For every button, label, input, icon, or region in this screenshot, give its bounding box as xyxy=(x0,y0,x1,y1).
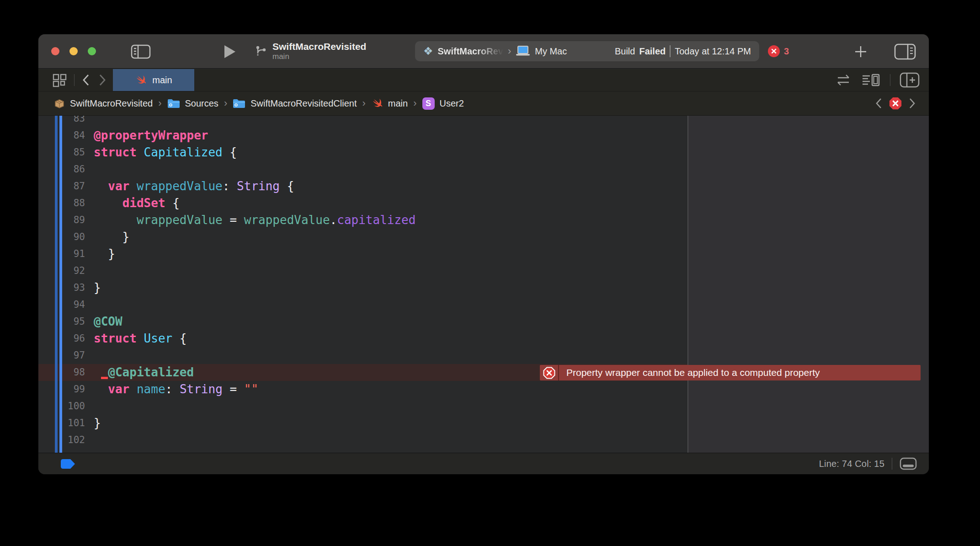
code-line[interactable]: 101} xyxy=(38,415,687,432)
build-status-value: Failed xyxy=(639,46,666,57)
line-col-indicator[interactable]: Line: 74 Col: 15 xyxy=(819,459,884,469)
code-text[interactable]: var wrappedValue: String { xyxy=(94,178,294,195)
play-icon xyxy=(224,45,235,58)
build-time: Today at 12:14 PM xyxy=(675,46,751,57)
minimap-icon[interactable] xyxy=(861,73,881,87)
code-text[interactable]: @Capitalized xyxy=(94,364,194,381)
editor-layout-icon xyxy=(894,43,916,60)
minimize-window-button[interactable] xyxy=(69,47,78,55)
scheme-destination-selector[interactable]: ❖ SwiftMacroRev My Mac Build Failed Toda… xyxy=(415,41,759,61)
scheme-name[interactable]: SwiftMacroRev xyxy=(438,46,503,57)
source-control-change-bar[interactable] xyxy=(59,116,62,453)
code-line[interactable]: 84@propertyWrapper xyxy=(38,127,687,144)
code-text[interactable]: @propertyWrapper xyxy=(94,127,208,144)
code-text[interactable]: } xyxy=(94,229,129,246)
code-text[interactable]: var name: String = "" xyxy=(94,381,258,398)
breadcrumb-item[interactable]: main xyxy=(371,97,408,109)
code-text[interactable]: wrappedValue = wrappedValue.capitalized xyxy=(94,212,415,229)
minimap-pane[interactable] xyxy=(688,116,929,453)
breadcrumb-separator-icon xyxy=(158,97,161,109)
code-line[interactable]: 93} xyxy=(38,279,687,296)
sidebar-toggle-icon xyxy=(131,44,151,59)
previous-issue-button[interactable] xyxy=(874,97,883,110)
editor-options-button[interactable] xyxy=(894,43,916,60)
breadcrumb-separator-icon xyxy=(362,97,366,109)
code-text[interactable]: didSet { xyxy=(94,195,180,212)
activity-status: Build Failed Today at 12:14 PM xyxy=(615,45,751,57)
code-line[interactable]: 95@COW xyxy=(38,313,687,330)
destination-name[interactable]: My Mac xyxy=(535,46,567,57)
close-window-button[interactable] xyxy=(51,47,59,55)
issue-stop-icon[interactable] xyxy=(889,96,902,110)
code-line[interactable]: 86 xyxy=(38,161,687,178)
breadcrumb-label: Sources xyxy=(185,98,218,109)
run-button[interactable] xyxy=(223,45,237,59)
code-line[interactable]: 102 xyxy=(38,432,687,449)
xcode-window: SwiftMacroRevisited main ❖ SwiftMacroRev… xyxy=(38,34,929,474)
breadcrumb-item[interactable]: Sources xyxy=(167,98,218,109)
code-line[interactable]: 88 didSet { xyxy=(38,195,687,212)
build-label: Build xyxy=(615,46,635,57)
error-octagon-icon[interactable] xyxy=(540,365,559,380)
package-icon xyxy=(54,98,65,109)
focus-mode-tag-icon[interactable] xyxy=(61,459,75,469)
swift-file-icon xyxy=(135,74,147,86)
code-line[interactable]: 97 xyxy=(38,347,687,364)
folder-gear-icon xyxy=(167,98,180,109)
jump-bar: SwiftMacroRevisitedSourcesSwiftMacroRevi… xyxy=(38,91,929,116)
related-items-grid-icon[interactable] xyxy=(52,72,68,88)
add-tab-button[interactable] xyxy=(853,44,868,59)
plus-icon xyxy=(854,45,868,59)
code-text[interactable]: @COW xyxy=(94,313,122,330)
source-editor[interactable]: 8384@propertyWrapper85struct Capitalized… xyxy=(38,116,929,453)
tab-label: main xyxy=(152,75,172,86)
code-line[interactable]: 85struct Capitalized { xyxy=(38,144,687,161)
code-line[interactable]: 91 } xyxy=(38,246,687,262)
code-text[interactable]: } xyxy=(94,246,115,262)
issues-indicator[interactable]: ✕ 3 xyxy=(768,45,789,57)
code-text[interactable]: } xyxy=(94,279,101,296)
code-line[interactable]: 100 xyxy=(38,398,687,415)
scheme-app-icon: ❖ xyxy=(423,46,433,57)
code-line[interactable]: 94 xyxy=(38,296,687,313)
inline-error-banner[interactable]: Property wrapper cannot be applied to a … xyxy=(540,365,921,380)
tab-bar: main xyxy=(38,69,929,91)
swap-editors-icon[interactable] xyxy=(835,74,852,86)
code-pane[interactable]: 8384@propertyWrapper85struct Capitalized… xyxy=(38,116,687,453)
window-branch-name: main xyxy=(272,52,366,61)
code-line[interactable]: 87 var wrappedValue: String { xyxy=(38,178,687,195)
source-control-change-bar[interactable] xyxy=(55,116,58,453)
status-bar: Line: 74 Col: 15 xyxy=(38,453,929,474)
breadcrumb-label: SwiftMacroRevisitedClient xyxy=(250,98,357,109)
swift-file-icon xyxy=(371,97,383,109)
toggle-navigator-button[interactable] xyxy=(131,44,151,59)
breadcrumb-label: SwiftMacroRevisited xyxy=(70,98,153,109)
folder-gear-icon xyxy=(233,98,245,109)
code-line[interactable]: 83 xyxy=(38,116,687,127)
breadcrumb-label: User2 xyxy=(440,98,464,109)
go-back-button[interactable] xyxy=(81,73,91,87)
breadcrumb-item[interactable]: SwiftMacroRevisited xyxy=(54,98,153,109)
breadcrumb-item[interactable]: SUser2 xyxy=(422,97,464,110)
code-text[interactable]: } xyxy=(94,415,101,432)
mac-device-icon xyxy=(516,45,530,57)
next-issue-button[interactable] xyxy=(908,97,917,110)
code-line[interactable]: 90 } xyxy=(38,229,687,246)
add-editor-icon[interactable] xyxy=(900,72,920,88)
hide-statusbar-icon[interactable] xyxy=(900,457,917,470)
go-forward-button[interactable] xyxy=(97,73,107,87)
error-message: Property wrapper cannot be applied to a … xyxy=(559,367,820,378)
code-line[interactable]: 99 var name: String = "" xyxy=(38,381,687,398)
code-line[interactable]: 92 xyxy=(38,262,687,279)
error-badge-icon: ✕ xyxy=(768,45,780,57)
tab-main[interactable]: main xyxy=(113,69,194,91)
code-line[interactable]: 96struct User { xyxy=(38,330,687,347)
code-text[interactable]: struct User { xyxy=(94,330,187,347)
code-line[interactable]: 89 wrappedValue = wrappedValue.capitaliz… xyxy=(38,212,687,229)
issue-count: 3 xyxy=(784,46,789,57)
toolbar-divider xyxy=(890,74,890,86)
breadcrumb-item[interactable]: SwiftMacroRevisitedClient xyxy=(233,98,357,109)
status-divider xyxy=(670,45,671,57)
code-text[interactable]: struct Capitalized { xyxy=(94,144,237,161)
zoom-window-button[interactable] xyxy=(88,47,96,55)
